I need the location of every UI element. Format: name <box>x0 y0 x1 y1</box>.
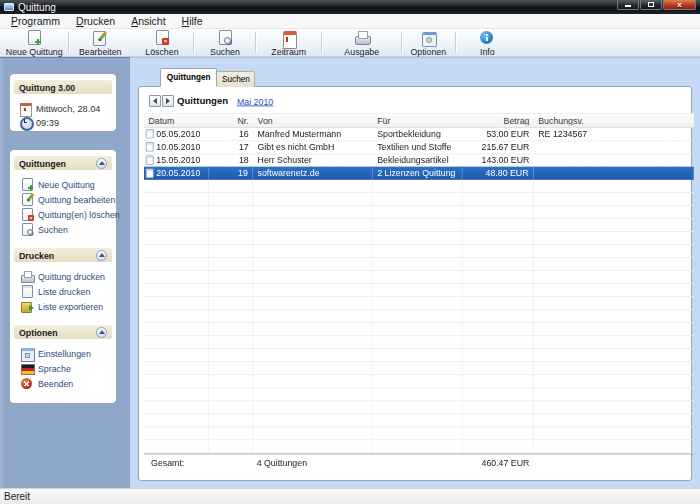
toolbar-button-label: Ausgabe <box>344 47 379 57</box>
sidebar-item-print[interactable]: Quittung drucken <box>10 269 116 284</box>
cell-nr: 16 <box>209 129 253 139</box>
cell-betrag: 143.00 EUR <box>463 155 534 165</box>
sidebar-date: Mittwoch, 28.04 <box>10 101 116 115</box>
app-icon <box>4 3 14 11</box>
sidebar-item-label: Liste exportieren <box>38 302 103 312</box>
column-header-1[interactable]: Nr. <box>209 116 253 126</box>
toolbar-button-label: Optionen <box>411 47 447 57</box>
section-header-drucken: Drucken <box>14 248 112 262</box>
left-arrow-icon <box>153 98 157 104</box>
sidebar-item-edit[interactable]: Quittung bearbeiten <box>10 192 116 207</box>
toolbar-button-calendar[interactable]: Zeitraum <box>256 29 321 56</box>
cell-von: Herr Schuster <box>253 155 373 165</box>
clock-icon <box>19 116 32 129</box>
toolbar-button-label: Neue Quittung <box>6 47 63 57</box>
new-receipt-icon <box>26 30 42 46</box>
column-header-3[interactable]: Für <box>373 116 463 126</box>
table-row[interactable]: 05.05.201016Manfred MustermannSportbekle… <box>144 128 694 141</box>
toolbar-button-delete[interactable]: Löschen <box>131 29 193 56</box>
sidebar-item-label: Einstellungen <box>38 349 91 359</box>
edit-icon <box>92 30 108 46</box>
next-period-button[interactable] <box>162 95 174 107</box>
sidebar-item-label: Liste drucken <box>38 287 90 297</box>
cell-nr: 17 <box>209 142 253 152</box>
receipt-icon <box>146 155 154 165</box>
summary-count: 4 Quittungen <box>253 458 462 468</box>
titlebar: Quittung x <box>0 0 700 14</box>
sidebar-info-title: Quittung 3.00 <box>14 80 112 94</box>
sidebar-item-label: Quittung bearbeiten <box>38 195 115 205</box>
maximize-button[interactable] <box>640 0 662 10</box>
content-area: QuittungenSuchen Quittungen Mai 2010 Dat… <box>130 57 700 488</box>
sidebar-item-settings[interactable]: Einstellungen <box>10 346 116 361</box>
tab-strip: QuittungenSuchen <box>160 68 255 87</box>
menu-hilfe[interactable]: Hilfe <box>174 15 211 27</box>
sidebar-item-new-receipt[interactable]: Neue Quittung <box>10 177 116 192</box>
cell-text: 20.05.2010 <box>156 168 200 178</box>
tab-suchen[interactable]: Suchen <box>216 71 255 87</box>
sidebar-item-label: Sprache <box>38 364 71 374</box>
toolbar-button-new-receipt[interactable]: Neue Quittung <box>0 29 68 56</box>
sidebar-item-search[interactable]: Suchen <box>10 222 116 237</box>
page-title: Quittungen <box>177 94 237 108</box>
sidebar-item-export[interactable]: Liste exportieren <box>10 299 116 314</box>
sidebar-item-label: Suchen <box>38 225 68 235</box>
cell-fuer: Bekleidungsartikel <box>373 155 463 165</box>
menu-ansicht[interactable]: Ansicht <box>123 15 173 27</box>
sidebar-item-label: Quittung drucken <box>38 272 105 282</box>
period-link[interactable]: Mai 2010 <box>237 96 273 106</box>
table-row[interactable]: 10.05.201017Gibt es nicht GmbHTextilien … <box>144 141 694 154</box>
cell-buchungsv <box>534 167 694 180</box>
column-header-2[interactable]: Von <box>253 116 373 126</box>
menu-drucken[interactable]: Drucken <box>68 15 123 27</box>
receipt-icon <box>146 168 154 178</box>
collapse-button[interactable] <box>96 158 107 169</box>
column-header-5[interactable]: Buchungsv. <box>534 116 694 126</box>
sidebar-info-box: Quittung 3.00 Mittwoch, 28.04 09:39 <box>9 73 117 132</box>
sidebar-item-document[interactable]: Liste drucken <box>10 284 116 299</box>
sidebar-item-quit[interactable]: Beenden <box>10 376 116 391</box>
cell-nr: 18 <box>209 155 253 165</box>
collapse-button[interactable] <box>96 250 107 261</box>
section-title: Quittungen <box>19 158 66 168</box>
app-window: Quittung x ProgrammDruckenAnsichtHilfe N… <box>0 0 700 504</box>
delete-icon <box>21 208 34 221</box>
column-header-4[interactable]: Betrag <box>463 116 534 126</box>
sidebar-item-delete[interactable]: Quittung(en) löschen <box>10 207 116 222</box>
statusbar: Bereit <box>0 488 700 504</box>
delete-icon <box>154 30 170 46</box>
collapse-button[interactable] <box>96 327 107 338</box>
toolbar-button-label: Löschen <box>145 47 178 57</box>
table-row[interactable]: 15.05.201018Herr SchusterBekleidungsarti… <box>144 154 694 167</box>
toolbar-button-options[interactable]: Optionen <box>402 29 455 56</box>
toolbar-button-print[interactable]: Ausgabe <box>322 29 401 56</box>
tab-quittungen[interactable]: Quittungen <box>160 68 217 87</box>
section-title: Drucken <box>19 250 54 260</box>
menubar: ProgrammDruckenAnsichtHilfe <box>0 14 700 29</box>
close-button[interactable]: x <box>663 0 696 10</box>
menu-programm[interactable]: Programm <box>3 15 68 27</box>
cell-datum: 20.05.2010 <box>144 167 209 180</box>
toolbar-button-label: Info <box>480 47 495 57</box>
toolbar-button-edit[interactable]: Bearbeiten <box>69 29 131 56</box>
cell-fuer: Textilien und Stoffe <box>373 142 463 152</box>
cell-nr: 19 <box>209 167 253 180</box>
toolbar-button-info[interactable]: Info <box>456 29 518 56</box>
receipt-icon <box>146 142 154 152</box>
cell-text: 15.05.2010 <box>156 155 200 165</box>
table-summary: Gesamt: 4 Quittungen 460.47 EUR <box>144 454 694 471</box>
search-icon <box>217 30 233 46</box>
summary-total: 460.47 EUR <box>463 458 534 468</box>
sidebar-time: 09:39 <box>10 115 116 129</box>
cell-fuer: 2 Lizenzen Quittung <box>373 167 463 180</box>
section-header-optionen: Optionen <box>14 325 112 339</box>
minimize-button[interactable] <box>617 0 639 10</box>
table-row[interactable]: 20.05.201019softwarenetz.de2 Lizenzen Qu… <box>144 167 694 180</box>
column-header-0[interactable]: Datum <box>144 116 209 126</box>
prev-period-button[interactable] <box>149 95 161 107</box>
cell-fuer: Sportbekleidung <box>373 129 463 139</box>
tab-label: Quittungen <box>167 73 211 82</box>
sidebar-item-flag-de[interactable]: Sprache <box>10 361 116 376</box>
toolbar-button-search[interactable]: Suchen <box>194 29 255 56</box>
sidebar: Quittung 3.00 Mittwoch, 28.04 09:39 Quit… <box>0 57 130 488</box>
